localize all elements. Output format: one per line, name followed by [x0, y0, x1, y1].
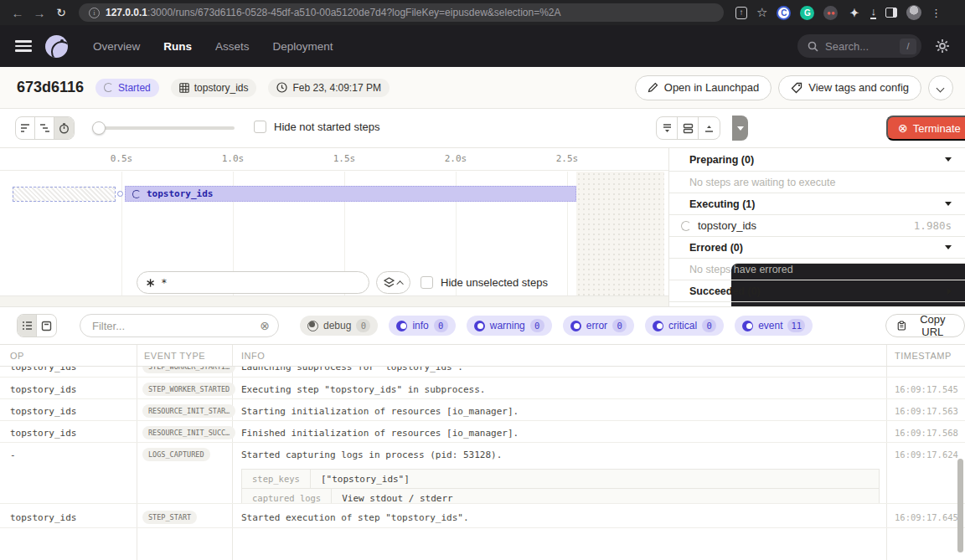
step-selection-input[interactable] [137, 271, 369, 294]
timed-view-button[interactable] [54, 117, 74, 139]
browser-chrome: ← → ↻ i 127.0.0.1:3000/runs/673d6116-052… [0, 0, 965, 25]
spinner-icon [104, 83, 113, 92]
log-row[interactable]: topstory_ids RESOURCE_INIT_SUCC… Finishe… [0, 421, 965, 443]
section-executing[interactable]: Executing (1) [669, 193, 965, 215]
event-type-badge: RESOURCE_INIT_STAR… [142, 404, 235, 418]
run-main-panels: 0.5s 1.0s 1.5s 2.0s 2.5s topstory_ids [0, 147, 965, 306]
structured-view-button[interactable] [37, 315, 56, 337]
level-toggle-debug[interactable]: debug0 [300, 316, 378, 336]
step-elapsed: 1.980s [914, 219, 952, 232]
selection-options-button[interactable] [376, 271, 410, 294]
op-cell: topstory_ids [10, 428, 76, 439]
level-toggle-event[interactable]: event11 [735, 316, 813, 336]
nav-item-runs[interactable]: Runs [163, 40, 192, 53]
waterfall-view-button[interactable] [35, 117, 54, 139]
gear-icon[interactable] [935, 39, 950, 54]
filter-field[interactable] [92, 320, 260, 332]
browser-menu-icon[interactable]: ⋮ [931, 7, 942, 19]
run-actions-menu-button[interactable] [928, 75, 953, 100]
log-row-logs-captured[interactable]: - LOGS_CAPTURED Started capturing logs i… [0, 443, 965, 504]
back-icon[interactable]: ← [7, 6, 28, 20]
log-row[interactable]: topstory_ids STEP_START Started executio… [0, 504, 965, 528]
event-type-badge: RESOURCE_INIT_SUCC… [142, 426, 235, 439]
log-filter-input[interactable]: ⊗ [80, 314, 279, 337]
executing-step-row[interactable]: topstory_ids 1.980s [669, 215, 965, 237]
collapse-down-button[interactable] [657, 117, 678, 139]
captured-logs-link[interactable]: View stdout / stderr [332, 493, 462, 504]
hide-unselected-checkbox-row[interactable]: Hide unselected steps [421, 276, 548, 289]
job-tag[interactable]: topstory_ids [171, 79, 257, 97]
checkbox[interactable] [421, 276, 433, 289]
download-icon[interactable]: ↓ [870, 7, 876, 19]
nav-item-overview[interactable]: Overview [93, 40, 140, 53]
nav-item-assets[interactable]: Assets [215, 40, 250, 53]
section-title: Executing (1) [669, 198, 756, 210]
log-row-partial[interactable]: topstory_ids STEP_WORKER_STARTI… Launchi… [0, 367, 965, 378]
share-icon[interactable]: ↑ [735, 7, 747, 19]
gantt-scrollbar-gutter[interactable] [0, 295, 668, 307]
bookmark-star-icon[interactable]: ☆ [756, 5, 767, 20]
level-toggle-critical[interactable]: critical0 [645, 316, 724, 336]
log-level-filters: debug0 info0 warning0 error0 critical0 e… [300, 316, 813, 336]
toggle-icon [653, 321, 663, 331]
step-name: topstory_ids [698, 219, 756, 232]
selection-value-field[interactable] [161, 277, 360, 289]
toggle-icon [396, 321, 407, 331]
search-input[interactable]: Search... / [797, 34, 921, 58]
extension-icon-2[interactable]: G [800, 6, 814, 20]
extension-icon-3[interactable]: ●● [823, 6, 838, 20]
search-icon [808, 41, 818, 52]
info-cell: Started capturing logs in process (pid: … [241, 450, 502, 460]
reload-icon[interactable]: ↻ [50, 6, 72, 19]
checkbox[interactable] [254, 121, 266, 133]
nav-item-deployment[interactable]: Deployment [273, 40, 333, 53]
zoom-slider-knob[interactable] [92, 121, 106, 135]
clear-filter-icon[interactable]: ⊗ [260, 319, 270, 332]
extension-icon-1[interactable]: C [777, 6, 791, 20]
zoom-slider[interactable] [94, 126, 235, 130]
flat-view-button[interactable] [16, 117, 35, 139]
site-info-icon[interactable]: i [89, 8, 100, 18]
pencil-icon [648, 82, 658, 93]
metadata-key: step_keys [242, 470, 311, 488]
axis-tick: 0.5s [111, 153, 133, 164]
gridline [121, 172, 122, 295]
level-toggle-error[interactable]: error0 [563, 316, 634, 336]
terminate-button[interactable]: ⊗ Terminate [886, 116, 965, 141]
selection-syntax-icon [146, 278, 155, 288]
expand-up-button[interactable] [699, 117, 720, 139]
section-errored[interactable]: Errored (0) [669, 237, 965, 259]
section-succeeded[interactable]: Succeeded (0) [669, 280, 965, 302]
url-bar[interactable]: i 127.0.0.1:3000/runs/673d6116-0528-45df… [79, 3, 724, 22]
level-toggle-warning[interactable]: warning0 [467, 316, 552, 336]
reexecute-dropdown-button[interactable] [732, 116, 748, 141]
gantt-step-bar[interactable]: topstory_ids [125, 186, 576, 202]
forward-icon[interactable]: → [28, 6, 50, 20]
panel-collapse-group [656, 116, 720, 140]
hamburger-icon[interactable] [15, 40, 32, 52]
view-tags-config-button[interactable]: View tags and config [778, 75, 921, 100]
caret-right-icon [947, 288, 952, 295]
section-preparing[interactable]: Preparing (0) [669, 148, 965, 172]
list-view-button[interactable] [18, 315, 37, 337]
log-row[interactable]: topstory_ids RESOURCE_INIT_STAR… Startin… [0, 399, 965, 421]
split-view-button[interactable] [678, 117, 699, 139]
scrollbar-thumb[interactable] [957, 459, 963, 552]
extensions-puzzle-icon[interactable]: ✦ [847, 6, 861, 20]
clipboard-icon [897, 320, 906, 331]
level-count: 0 [356, 319, 370, 332]
sidebar-toggle-icon[interactable] [885, 8, 897, 18]
info-cell: Started execution of step "topstory_ids"… [241, 512, 469, 523]
browser-avatar[interactable] [906, 5, 921, 20]
dagster-logo[interactable] [45, 35, 68, 58]
log-section: ⊗ debug0 info0 warning0 error0 critical0… [0, 306, 965, 560]
open-launchpad-button[interactable]: Open in Launchpad [635, 75, 771, 100]
gantt-future-region [576, 172, 664, 295]
log-row[interactable]: topstory_ids STEP_WORKER_STARTED Executi… [0, 378, 965, 399]
reexecute-split-button: Re-execute (topstory_ids) [731, 116, 748, 141]
hide-not-started-checkbox-row[interactable]: Hide not started steps [254, 121, 379, 133]
copy-url-button[interactable]: Copy URL [885, 314, 965, 337]
level-toggle-info[interactable]: info0 [389, 316, 455, 336]
search-placeholder: Search... [825, 40, 893, 53]
timestamp-cell: 16:09:17.645 [895, 512, 958, 522]
